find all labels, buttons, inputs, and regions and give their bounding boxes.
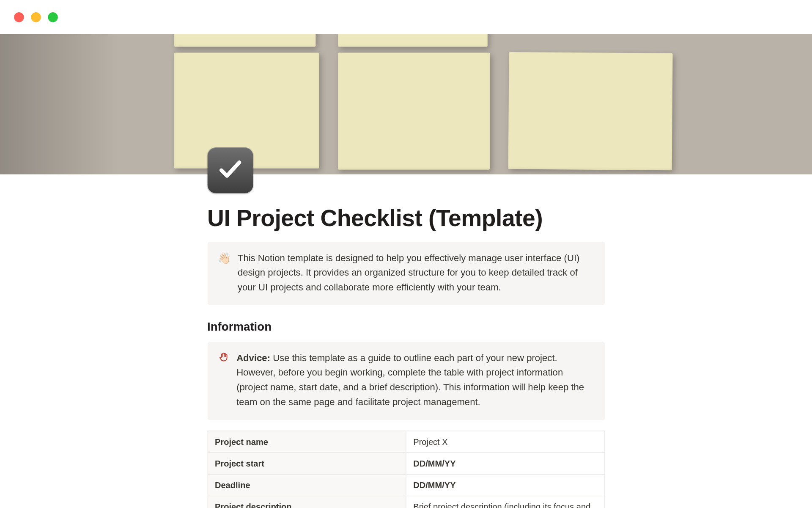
close-window-button[interactable] <box>14 12 24 22</box>
checkbox-icon <box>217 156 244 185</box>
cell-key[interactable]: Project description <box>208 496 406 508</box>
cover-image[interactable] <box>0 34 812 174</box>
sticky-note <box>174 34 316 47</box>
section-heading-information[interactable]: Information <box>207 320 605 334</box>
intro-callout-text[interactable]: This Notion template is designed to help… <box>238 251 594 295</box>
table-row[interactable]: Project description Brief project descri… <box>208 496 605 508</box>
window-titlebar <box>0 0 812 34</box>
cell-value[interactable]: Project X <box>406 431 604 452</box>
sticky-note <box>508 52 673 170</box>
cell-key[interactable]: Project start <box>208 453 406 474</box>
advice-callout-text[interactable]: Advice: Use this template as a guide to … <box>236 351 594 409</box>
cell-value[interactable]: Brief project description (including its… <box>406 496 604 508</box>
page-icon[interactable] <box>207 147 253 193</box>
cell-key[interactable]: Deadline <box>208 474 406 496</box>
intro-callout[interactable]: 👋🏻 This Notion template is designed to h… <box>207 242 605 305</box>
table-row[interactable]: Project name Project X <box>208 431 605 452</box>
sticky-note <box>338 34 488 47</box>
wave-emoji-icon: 👋🏻 <box>218 251 230 295</box>
cover-shadow <box>0 34 140 174</box>
project-info-table[interactable]: Project name Project X Project start DD/… <box>207 431 605 508</box>
page-title[interactable]: UI Project Checklist (Template) <box>207 174 605 231</box>
cell-value[interactable]: DD/MM/YY <box>406 453 604 474</box>
sticky-note <box>338 52 490 169</box>
advice-label: Advice: <box>236 353 270 363</box>
cell-key[interactable]: Project name <box>208 431 406 452</box>
table-row[interactable]: Project start DD/MM/YY <box>208 453 605 474</box>
table-row[interactable]: Deadline DD/MM/YY <box>208 474 605 496</box>
cell-value[interactable]: DD/MM/YY <box>406 474 604 496</box>
advice-body: Use this template as a guide to outline … <box>236 353 584 406</box>
maximize-window-button[interactable] <box>48 12 58 22</box>
minimize-window-button[interactable] <box>31 12 41 22</box>
raised-hand-icon <box>218 351 230 363</box>
advice-callout[interactable]: Advice: Use this template as a guide to … <box>207 342 605 420</box>
